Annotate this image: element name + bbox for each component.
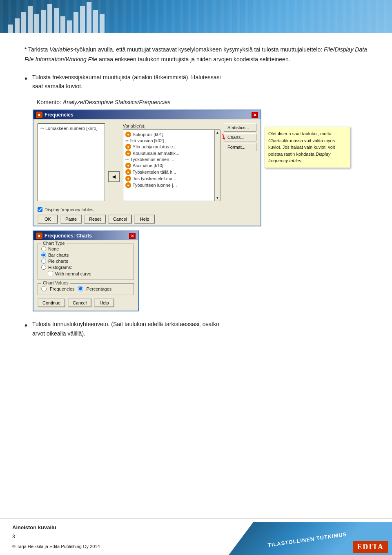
charts-dialog-icon: ■: [36, 233, 42, 239]
paragraph-2-text: Tulosta frekvenssijakaumat muuttujista (…: [32, 73, 221, 91]
bar-13: [87, 2, 91, 33]
radio-histograms-row: Histograms:: [41, 265, 130, 270]
radio-percentages[interactable]: [78, 286, 83, 291]
var-item-2: ✏ Ikä vuosina [k02]: [125, 138, 219, 143]
scroll-up-arrow[interactable]: ▲: [216, 131, 219, 134]
var-item-3: ● Ylin pohjakoulutus e...: [125, 143, 219, 150]
radio-bar[interactable]: [41, 253, 46, 257]
main-content: * Tarkista Variables-työkalun avulla, et…: [0, 33, 392, 354]
var-label-6: Asuinalue [k10]: [133, 163, 163, 168]
radio-none-label: None: [48, 246, 59, 251]
callout-box: Oletuksena saat taulukot, mutta Charts-i…: [265, 127, 350, 168]
bar-11: [74, 12, 78, 33]
radio-frequencies[interactable]: [41, 286, 47, 291]
var-icon-1: ●: [125, 132, 131, 137]
chart-values-group: Chart Values Frequencies Percentages: [38, 283, 134, 295]
asterisk: * Tarkista: [24, 46, 49, 53]
cancel-button[interactable]: Cancel: [108, 215, 132, 224]
source-variable-list[interactable]: ✏ Lomakkeen numero [knro]: [38, 123, 105, 201]
move-arrow-button[interactable]: ◄: [108, 171, 120, 182]
var-item-1: ● Sukupuoli [k01]: [125, 131, 219, 138]
pencil-icon-5: ✏: [125, 157, 129, 162]
variables-label: Variable(s):: [123, 123, 220, 128]
charts-body: Chart Type None Bar charts Pie charts: [33, 240, 138, 311]
paste-button[interactable]: Paste: [60, 215, 82, 224]
titlebar-left: ■ Frequencies: [36, 112, 74, 118]
bar-15: [100, 14, 105, 33]
var-label-1: Sukupuoli [k01]: [133, 132, 163, 137]
charts-dialog: ■ Frequencies: Charts ✕ Chart Type None …: [33, 231, 139, 311]
callout-charts-italic: Charts: [268, 138, 281, 143]
p2-line1: Tulosta frekvenssijakaumat muuttujista (…: [32, 74, 221, 81]
format-button[interactable]: Format...: [224, 143, 256, 151]
paragraph-3-section: • Tulosta tunnuslukuyhteenveto. (Sait ta…: [24, 320, 368, 338]
var-icon-8: ●: [125, 176, 131, 181]
radio-none[interactable]: [41, 246, 46, 251]
scrollbar[interactable]: ▲ ▼: [214, 130, 220, 201]
command-italic: Analyze/Descriptive Statistics/Frequenci…: [63, 99, 171, 105]
bar-7: [47, 4, 52, 33]
edita-logo: EDITA: [353, 541, 388, 553]
var-label-3: Ylin pohjakoulutus e...: [133, 144, 177, 149]
statistics-button[interactable]: Statistics...: [224, 123, 256, 132]
var-icon-9: ●: [125, 182, 131, 188]
copyright: © Tarja Heikkilä ja Edita Publishing Oy …: [12, 543, 100, 551]
bar-5: [34, 14, 39, 33]
bar-4: [28, 6, 33, 33]
variables-italic: Variables: [49, 46, 73, 53]
bar-12: [80, 6, 85, 33]
chart-type-group: Chart Type None Bar charts Pie charts: [38, 244, 134, 280]
charts-button[interactable]: Charts...: [224, 133, 256, 141]
chart-values-row: Frequencies Percentages: [41, 286, 130, 291]
radio-histograms[interactable]: [41, 265, 46, 270]
charts-cancel-button[interactable]: Cancel: [68, 298, 91, 307]
callout-text-before: Oletuksena saat taulukot, mutta: [268, 131, 332, 136]
bar-1: [8, 25, 13, 33]
charts-help-button[interactable]: Help: [94, 298, 114, 307]
paragraph-1: * Tarkista Variables-työkalun avulla, et…: [24, 45, 368, 65]
charts-dialog-title: Frequencies: Charts: [45, 233, 92, 239]
radio-pie-label: Pie charts: [48, 259, 68, 264]
source-var-item: ✏ Lomakkeen numero [knro]: [40, 125, 103, 131]
var-item-8: ● Jos työskentelet ma...: [125, 175, 219, 182]
command-label: Komento: Analyze/Descriptive Statistics/…: [37, 99, 368, 105]
var-label-2: Ikä vuosina [k02]: [130, 138, 164, 143]
right-buttons-panel: Statistics... Charts... Format...: [224, 123, 256, 201]
charts-close-button[interactable]: ✕: [129, 233, 136, 239]
p3-line2: arvot oikealla välillä).: [32, 330, 85, 337]
chart-type-label: Chart Type: [41, 241, 67, 246]
radio-bar-label: Bar charts: [48, 253, 69, 257]
var-item-4: ● Koulutusala ammattik...: [125, 150, 219, 157]
variables-listbox[interactable]: ● Sukupuoli [k01] ✏ Ikä vuosina [k02] ● …: [123, 130, 220, 201]
bar-14: [93, 10, 98, 33]
frequencies-titlebar: ■ Frequencies ✕: [33, 110, 261, 119]
normal-curve-checkbox[interactable]: [48, 271, 53, 276]
var-label-7: Työskentelen tällä h...: [133, 170, 176, 175]
ok-button[interactable]: OK: [38, 215, 58, 224]
pencil-icon-2: ✏: [125, 139, 129, 143]
bar-3: [21, 12, 26, 33]
scroll-down-arrow[interactable]: ▼: [216, 196, 219, 200]
command-prefix: Komento:: [37, 99, 63, 105]
continue-button[interactable]: Continue: [38, 298, 65, 307]
dialog-icon: ■: [36, 112, 42, 118]
page-number: 3: [12, 533, 100, 542]
action-buttons: OK Paste Reset Cancel Help: [38, 215, 256, 224]
radio-pie[interactable]: [41, 259, 46, 264]
footer-right: TILASTOLLINEN TUTKIMUS EDITA: [229, 522, 392, 555]
source-var-label: Lomakkeen numero [knro]: [45, 126, 98, 131]
var-item-9: ● Työsuhteen luonne [...: [125, 182, 219, 188]
footer: Aineiston kuvailu 3 © Tarja Heikkilä ja …: [0, 518, 392, 555]
variables-section: Variable(s): ● Sukupuoli [k01] ✏ Ikä vuo…: [123, 123, 220, 201]
reset-button[interactable]: Reset: [84, 215, 106, 224]
p1-text1: -työkalun avulla, että muuttujat vastaav…: [73, 46, 324, 53]
dialog-close-button[interactable]: ✕: [252, 112, 258, 118]
var-icon-3: ●: [125, 144, 131, 150]
display-frequency-label: Display frequency tables: [45, 207, 94, 212]
display-frequency-checkbox[interactable]: [38, 207, 42, 212]
bar-10: [67, 20, 72, 33]
radio-histograms-label: Histograms:: [48, 265, 72, 270]
dialog-bottom: Display frequency tables OK Paste Reset …: [33, 205, 261, 226]
help-button[interactable]: Help: [134, 215, 155, 224]
normal-curve-label: With normal curve: [55, 271, 91, 276]
